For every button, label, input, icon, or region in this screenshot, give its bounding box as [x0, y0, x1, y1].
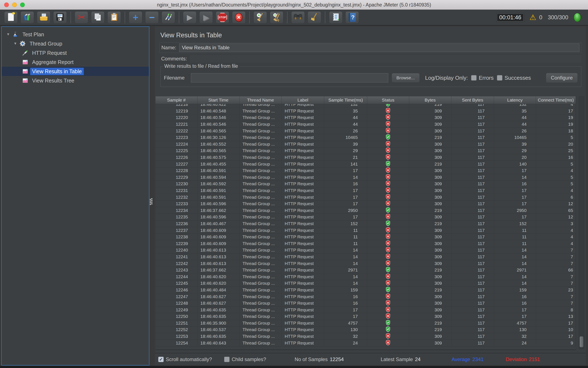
cell: 219	[409, 320, 451, 326]
minimize-window-button[interactable]	[12, 2, 17, 7]
save-button[interactable]	[53, 11, 67, 24]
clear-button[interactable]	[254, 11, 267, 24]
table-row[interactable]: 1222918:46:40.594Thread Group ...HTTP Re…	[156, 174, 576, 181]
table-row[interactable]: 1222018:46:40.546Thread Group ...HTTP Re…	[156, 114, 576, 121]
new-file-button[interactable]	[4, 11, 18, 24]
tree-item-aggregate-report[interactable]: Aggregate Report	[2, 57, 149, 67]
table-row[interactable]: 1224818:46:40.627Thread Group ...HTTP Re…	[156, 300, 576, 307]
tree-expand-arrow-icon[interactable]: ▼	[5, 32, 12, 37]
successes-checkbox[interactable]	[497, 75, 502, 81]
filename-input[interactable]	[191, 73, 388, 83]
error-shield-icon	[386, 201, 390, 207]
column-header-sent-bytes[interactable]: Sent Bytes	[451, 96, 494, 104]
templates-button[interactable]	[20, 11, 34, 24]
cell: HTTP Request	[282, 167, 324, 174]
column-header-label[interactable]: Label	[282, 96, 324, 104]
column-header-connect-time-ms-[interactable]: Connect Time(ms)	[536, 96, 576, 104]
paste-button[interactable]	[107, 11, 121, 24]
tree-expand-arrow-icon[interactable]: ▼	[12, 42, 19, 46]
column-header-thread-name[interactable]: Thread Name	[240, 96, 282, 104]
column-header-bytes[interactable]: Bytes	[409, 96, 451, 104]
table-row[interactable]: 1222118:46:40.546Thread Group ...HTTP Re…	[156, 121, 576, 128]
errors-checkbox[interactable]	[471, 75, 477, 81]
table-row[interactable]: 1225418:46:40.643Thread Group ...HTTP Re…	[156, 340, 576, 346]
table-row[interactable]: 1224718:46:40.627Thread Group ...HTTP Re…	[156, 293, 576, 300]
cut-button[interactable]: ✂	[75, 11, 88, 24]
cell: 14	[494, 273, 536, 280]
cell: HTTP Request	[282, 260, 324, 267]
column-header-sample-[interactable]: Sample #	[156, 96, 197, 104]
copy-button[interactable]	[91, 11, 104, 24]
table-row[interactable]: 1224118:46:40.613Thread Group ...HTTP Re…	[156, 254, 576, 260]
table-row[interactable]: 1225118:46:35.900Thread Group ...HTTP Re…	[156, 320, 576, 327]
browse-button[interactable]: Browse...	[392, 73, 420, 83]
table-row[interactable]: 1224418:46:40.620Thread Group ...HTTP Re…	[156, 273, 576, 280]
table-row[interactable]: 1223518:46:40.596Thread Group ...HTTP Re…	[156, 214, 576, 221]
vertical-scrollbar-thumb[interactable]	[580, 336, 583, 347]
start-no-pauses-icon: ▶	[203, 14, 209, 21]
name-input[interactable]	[179, 43, 579, 52]
table-row[interactable]: 1224618:46:40.484Thread Group ...HTTP Re…	[156, 287, 576, 294]
vertical-scrollbar[interactable]	[579, 97, 584, 349]
column-header-latency[interactable]: Latency	[494, 96, 536, 104]
collapse-button[interactable]: −	[145, 11, 159, 24]
expand-button[interactable]: +	[129, 11, 142, 24]
configure-button[interactable]: Configure	[546, 73, 578, 83]
table-row[interactable]: 1222718:46:40.455Thread Group ...HTTP Re…	[156, 161, 576, 167]
cell: 117	[451, 201, 494, 207]
comments-input[interactable]	[190, 55, 581, 63]
table-row[interactable]: 1222418:46:40.552Thread Group ...HTTP Re…	[156, 141, 576, 148]
tree-item-view-results-tree[interactable]: View Results Tree	[2, 76, 149, 85]
start-button[interactable]: ▶	[183, 11, 196, 24]
column-header-status[interactable]: Status	[367, 96, 409, 104]
table-row[interactable]: 1223618:46:40.467Thread Group ...HTTP Re…	[156, 221, 576, 227]
panel-splitter-handle[interactable]	[150, 198, 153, 211]
shutdown-button[interactable]: ✕	[232, 11, 246, 24]
open-file-button[interactable]	[37, 11, 50, 24]
table-row[interactable]: 1224218:46:40.613Thread Group ...HTTP Re…	[156, 260, 576, 267]
table-row[interactable]: 1223718:46:40.609Thread Group ...HTTP Re…	[156, 227, 576, 234]
table-row[interactable]: 1225018:46:40.635Thread Group ...HTTP Re…	[156, 313, 576, 320]
table-row[interactable]: 1224518:46:40.620Thread Group ...HTTP Re…	[156, 280, 576, 287]
table-row[interactable]: 1224318:46:37.662Thread Group ...HTTP Re…	[156, 267, 576, 274]
tree-item-http-request[interactable]: HTTP Request	[2, 48, 149, 57]
table-row[interactable]: 1221818:46:40.422Thread Group ...HTTP Re…	[156, 104, 576, 108]
scroll-automatically-checkbox[interactable]: ✓	[158, 357, 164, 362]
table-row[interactable]: 1223218:46:40.591Thread Group ...HTTP Re…	[156, 194, 576, 201]
table-row[interactable]: 1224918:46:40.635Thread Group ...HTTP Re…	[156, 306, 576, 313]
tree-item-thread-group[interactable]: ▼Thread Group	[2, 39, 149, 48]
tree-item-view-results-in-table[interactable]: View Results in Table	[2, 67, 149, 76]
table-row[interactable]: 1222518:46:40.565Thread Group ...HTTP Re…	[156, 147, 576, 154]
table-row[interactable]: 1222618:46:40.575Thread Group ...HTTP Re…	[156, 154, 576, 161]
warning-icon[interactable]: ⚠	[529, 14, 536, 21]
start-no-pauses-button[interactable]: ▶	[199, 11, 213, 24]
function-helper-button[interactable]	[329, 11, 342, 24]
clear-all-button[interactable]	[270, 11, 283, 24]
table-row[interactable]: 1223018:46:40.592Thread Group ...HTTP Re…	[156, 181, 576, 187]
help-button[interactable]: ?	[345, 11, 359, 24]
table-row[interactable]: 1225218:46:40.537Thread Group ...HTTP Re…	[156, 326, 576, 333]
table-row[interactable]: 1222218:46:40.565Thread Group ...HTTP Re…	[156, 128, 576, 134]
table-row[interactable]: 1225318:46:40.635Thread Group ...HTTP Re…	[156, 333, 576, 340]
table-row[interactable]: 1221918:46:40.548Thread Group ...HTTP Re…	[156, 108, 576, 115]
cell-status	[367, 293, 409, 300]
column-header-sample-time-ms-[interactable]: Sample Time(ms)	[324, 96, 367, 104]
cell: 130	[324, 326, 367, 333]
tree-item-test-plan[interactable]: ▼Test Plan	[2, 30, 149, 39]
search-reset-button[interactable]	[308, 11, 321, 24]
column-header-start-time[interactable]: Start Time	[197, 96, 240, 104]
toggle-button[interactable]	[162, 11, 175, 24]
table-row[interactable]: 1222818:46:40.591Thread Group ...HTTP Re…	[156, 167, 576, 174]
close-window-button[interactable]	[4, 2, 9, 7]
zoom-window-button[interactable]	[20, 2, 25, 7]
table-row[interactable]: 1223318:46:40.596Thread Group ...HTTP Re…	[156, 201, 576, 207]
table-row[interactable]: 1223118:46:40.591Thread Group ...HTTP Re…	[156, 187, 576, 194]
table-row[interactable]: 1223918:46:40.609Thread Group ...HTTP Re…	[156, 240, 576, 247]
child-samples-checkbox[interactable]	[224, 357, 230, 362]
search-button[interactable]	[291, 11, 305, 24]
table-row[interactable]: 1224018:46:40.613Thread Group ...HTTP Re…	[156, 247, 576, 254]
table-row[interactable]: 1222318:46:30.126Thread Group ...HTTP Re…	[156, 134, 576, 141]
table-row[interactable]: 1223418:46:37.662Thread Group ...HTTP Re…	[156, 207, 576, 214]
stop-button[interactable]: STOP	[216, 11, 229, 24]
table-row[interactable]: 1223818:46:40.609Thread Group ...HTTP Re…	[156, 234, 576, 240]
